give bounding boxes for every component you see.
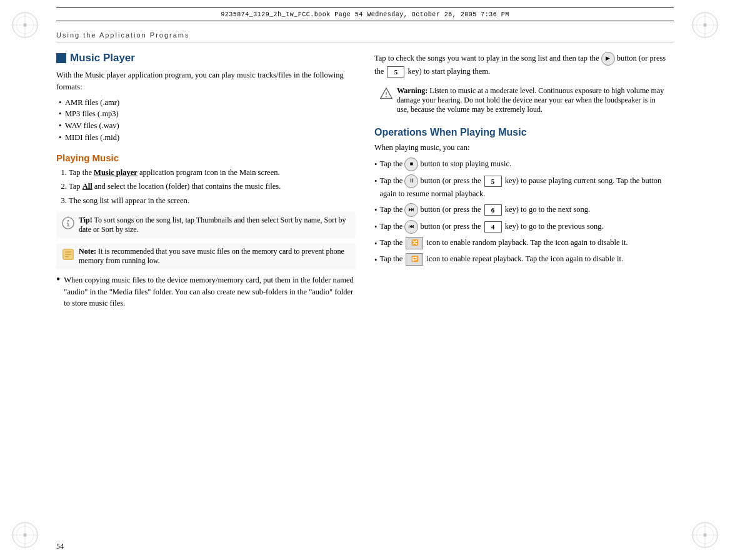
op-random: • Tap the 🔀 icon to enable random playba…	[374, 237, 674, 250]
svg-point-33	[386, 96, 387, 98]
key-4-prev: 4	[484, 221, 502, 233]
two-column-layout: Music Player With the Music player appli…	[56, 52, 674, 529]
corner-decoration-br	[686, 516, 724, 554]
list-item: MIDI files (.mid)	[59, 132, 356, 144]
prev-button-icon: ⏮	[404, 220, 418, 234]
tip-text: Tip! To sort songs on the song list, tap…	[79, 216, 351, 234]
page-number: 54	[56, 542, 64, 551]
left-column: Music Player With the Music player appli…	[56, 52, 356, 529]
svg-point-21	[68, 220, 69, 222]
right-intro: Tap to check the songs you want to play …	[374, 52, 674, 78]
operations-intro: When playing music, you can:	[374, 142, 674, 154]
list-item: Tap the Music player application program…	[69, 167, 356, 179]
key-5-badge: 5	[387, 66, 404, 78]
list-item: Tap All and select the location (folder)…	[69, 181, 356, 192]
op-pause: • Tap the ⏸ button (or press the 5 key) …	[374, 174, 674, 200]
music-player-title: Music Player	[56, 52, 356, 64]
tip-label: Tip!	[79, 216, 92, 224]
list-item: AMR files (.amr)	[59, 97, 356, 109]
corner-decoration-tr	[686, 6, 724, 44]
bullet-dot: •	[56, 273, 60, 286]
svg-point-9	[703, 23, 707, 27]
copy-text: When copying music files to the device m…	[64, 274, 356, 309]
page-header: Using the Application Programs	[56, 31, 674, 43]
tip-box: Tip! To sort songs on the song list, tap…	[56, 212, 356, 238]
op-prev: • Tap the ⏮ button (or press the 4 key) …	[374, 220, 674, 234]
right-column: Tap to check the songs you want to play …	[374, 52, 674, 529]
repeat-button-icon: 🔁	[406, 253, 423, 266]
music-player-intro: With the Music player application progra…	[56, 69, 356, 93]
play-button-icon: ▶	[601, 52, 615, 66]
pause-button-icon: ⏸	[404, 174, 418, 188]
warning-text: Warning: Listen to music at a moderate l…	[397, 86, 669, 114]
note-text: Note: It is recommended that you save mu…	[79, 247, 351, 266]
stop-button-icon: ■	[404, 158, 418, 171]
list-item: The song list will appear in the screen.	[69, 195, 356, 207]
corner-decoration-bl	[6, 516, 44, 554]
note-box: Note: It is recommended that you save mu…	[56, 243, 356, 269]
op-stop: • Tap the ■ button to stop playing music…	[374, 158, 674, 171]
warning-box: Warning: Listen to music at a moderate l…	[374, 82, 674, 118]
key-6-next: 6	[484, 204, 502, 216]
formats-list: AMR files (.amr) MP3 files (.mp3) WAV fi…	[59, 97, 356, 144]
key-5-pause: 5	[484, 176, 502, 188]
music-player-icon	[56, 53, 66, 63]
copy-text-container: • When copying music files to the device…	[56, 274, 356, 309]
list-item: WAV files (.wav)	[59, 120, 356, 132]
op-next: • Tap the ⏭ button (or press the 6 key) …	[374, 203, 674, 217]
note-icon	[61, 248, 75, 261]
svg-point-14	[23, 533, 27, 537]
corner-decoration-tl	[6, 6, 44, 44]
op-repeat: • Tap the 🔁 icon to enable repeat playba…	[374, 253, 674, 266]
tip-icon	[61, 216, 75, 230]
note-label: Note:	[79, 247, 96, 256]
book-info: 9235874_3129_zh_tw_FCC.book Page 54 Wedn…	[221, 11, 509, 18]
steps-list: Tap the Music player application program…	[59, 167, 356, 207]
svg-point-19	[703, 533, 707, 537]
warning-label: Warning:	[397, 86, 428, 95]
list-item: MP3 files (.mp3)	[59, 108, 356, 120]
main-content: Using the Application Programs Music Pla…	[56, 31, 674, 529]
playing-music-title: Playing Music	[56, 152, 356, 163]
operations-title: Operations When Playing Music	[374, 127, 674, 138]
svg-point-4	[23, 23, 27, 27]
next-button-icon: ⏭	[404, 203, 418, 217]
random-button-icon: 🔀	[406, 237, 423, 249]
warning-icon	[379, 87, 393, 101]
top-bar: 9235874_3129_zh_tw_FCC.book Page 54 Wedn…	[56, 8, 674, 21]
